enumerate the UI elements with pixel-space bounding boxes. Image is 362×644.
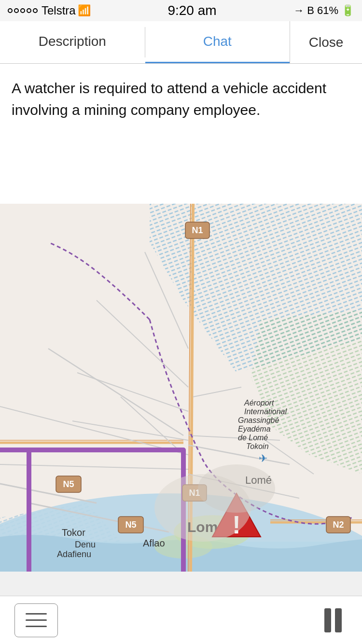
svg-text:International: International — [244, 407, 287, 416]
dot1 — [8, 8, 13, 13]
status-bar: Telstra 📶 9:20 am → B 61% 🔋 — [0, 0, 362, 21]
svg-text:N1: N1 — [192, 225, 203, 235]
svg-text:Adafienu: Adafienu — [57, 549, 91, 559]
map-container[interactable]: N1 N5 N1 N5 N2 Aéroport International Gn… — [0, 204, 362, 572]
wifi-icon: 📶 — [78, 4, 91, 17]
hamburger-line-2 — [26, 619, 47, 621]
svg-text:Tokoin: Tokoin — [246, 442, 269, 450]
svg-text:N5: N5 — [125, 520, 136, 530]
hamburger-button[interactable] — [14, 603, 58, 637]
svg-text:N5: N5 — [63, 479, 74, 489]
pause-button[interactable] — [319, 606, 348, 635]
status-right: → B 61% 🔋 — [293, 4, 354, 17]
hamburger-line-1 — [26, 613, 47, 615]
tab-chat[interactable]: Chat — [145, 21, 290, 63]
hamburger-line-3 — [26, 626, 47, 627]
location-icon: → — [293, 4, 304, 17]
description-text: A watcher is required to attend a vehicl… — [12, 77, 350, 121]
svg-text:Tokor: Tokor — [62, 527, 85, 538]
battery-label: 61% — [317, 4, 338, 17]
bottom-toolbar — [0, 596, 362, 644]
battery-icon: 🔋 — [341, 4, 354, 17]
close-button[interactable]: Close — [290, 21, 362, 63]
dot5 — [33, 8, 38, 13]
svg-text:N2: N2 — [333, 520, 344, 530]
svg-text:de Lomé: de Lomé — [238, 434, 268, 442]
dot3 — [20, 8, 25, 13]
svg-text:Gnassingbé: Gnassingbé — [238, 416, 279, 424]
pause-bar-1 — [324, 608, 331, 632]
map-svg: N1 N5 N1 N5 N2 Aéroport International Gn… — [0, 204, 362, 572]
dot4 — [27, 8, 31, 13]
tab-bar: Description Chat Close — [0, 21, 362, 64]
svg-text:✈: ✈ — [259, 452, 267, 464]
svg-text:Aflao: Aflao — [143, 538, 165, 548]
status-left: Telstra 📶 — [8, 4, 91, 17]
signal-dots — [8, 8, 38, 13]
bluetooth-icon: B — [307, 4, 314, 17]
svg-text:Aéroport: Aéroport — [244, 399, 274, 407]
pause-bar-2 — [335, 608, 342, 632]
carrier-label: Telstra — [42, 4, 76, 17]
dot2 — [14, 8, 19, 13]
svg-point-57 — [198, 464, 275, 513]
svg-text:Eyadéma: Eyadéma — [238, 425, 271, 433]
tab-description[interactable]: Description — [0, 21, 145, 63]
svg-text:Denu: Denu — [75, 540, 96, 549]
status-time: 9:20 am — [167, 3, 216, 18]
description-area: A watcher is required to attend a vehicl… — [0, 64, 362, 204]
